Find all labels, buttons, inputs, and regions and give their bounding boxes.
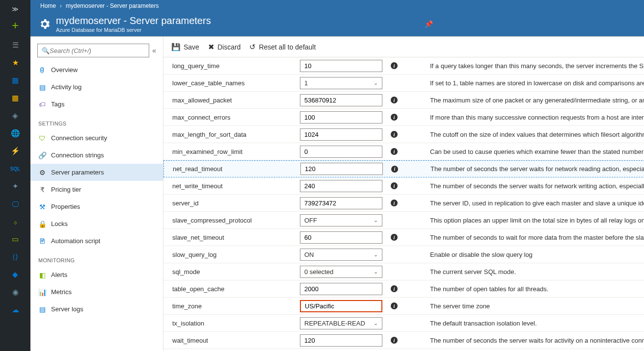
network-icon[interactable]: ⟨⟩ (0, 248, 30, 266)
cube-icon[interactable]: ◈ (0, 107, 30, 125)
param-description: The default transaction isolation level. (430, 320, 644, 327)
param-input-table_open_cache[interactable] (300, 283, 382, 295)
sidebar-item-automation[interactable]: 🖹Automation script (30, 232, 163, 250)
param-select-lower_case_table_names[interactable]: 1⌄ (300, 77, 382, 89)
param-name: max_connect_errors (172, 114, 300, 121)
param-input-wait_timeout[interactable] (300, 334, 382, 347)
sidebar-item-locks[interactable]: 🔒Locks (30, 215, 163, 232)
logs-icon: ▤ (38, 305, 46, 313)
param-row-server_id: server_idiThe server ID, used in replica… (163, 195, 644, 212)
param-row-time_zone: time_zoneiThe server time zone (163, 298, 644, 315)
expand-rail-icon[interactable]: ≫ (0, 3, 30, 15)
reset-button[interactable]: ↺Reset all to default (249, 43, 316, 51)
favorites-icon[interactable]: ★ (0, 54, 30, 72)
sidebar-item-alerts[interactable]: ◧Alerts (30, 266, 163, 283)
functions-icon[interactable]: ⚡ (0, 142, 30, 160)
search-input[interactable]: 🔍 (37, 44, 149, 57)
info-icon[interactable]: i (391, 337, 398, 344)
param-input-net_write_timeout[interactable] (300, 180, 382, 192)
sidebar-item-overview[interactable]: 🛢Overview (30, 61, 163, 78)
create-resource-icon[interactable]: + (0, 15, 30, 36)
collapse-sidebar-icon[interactable]: « (152, 47, 156, 54)
reset-icon: ↺ (249, 43, 256, 51)
param-input-long_query_time[interactable] (300, 60, 382, 72)
monitor-icon[interactable]: ◉ (0, 283, 30, 301)
param-row-max_length_for_sort_data: max_length_for_sort_dataiThe cutoff on t… (163, 126, 644, 143)
parameters-grid: long_query_timeiIf a query takes longer … (163, 57, 644, 351)
alerts-icon: ◧ (38, 271, 46, 279)
param-name: table_open_cache (172, 285, 300, 293)
chevron-down-icon: ⌄ (374, 217, 378, 224)
aad-icon[interactable]: ◆ (0, 266, 30, 283)
left-rail: ≫ + ☰ ★ ▦ ▦ ◈ 🌐 ⚡ SQL ✦ 🖵 ⬨ ▭ ⟨⟩ ◆ ◉ ☁ (0, 0, 30, 351)
param-input-server_id[interactable] (300, 197, 382, 209)
metrics-icon: 📊 (38, 288, 46, 296)
info-icon[interactable]: i (391, 302, 398, 309)
sidebar-item-activity[interactable]: ▤Activity log (30, 78, 163, 96)
param-name: min_examined_row_limit (172, 148, 300, 155)
info-icon[interactable]: i (391, 148, 398, 155)
info-icon[interactable]: i (391, 200, 398, 206)
breadcrumb: Home › mydemoserver - Server parameters (30, 0, 644, 12)
param-input-max_connect_errors[interactable] (300, 111, 382, 124)
pin-icon[interactable]: 📌 (425, 20, 433, 28)
vm-icon[interactable]: 🖵 (0, 195, 30, 213)
param-input-max_allowed_packet[interactable] (300, 94, 382, 106)
save-button[interactable]: 💾Save (171, 43, 199, 51)
info-icon[interactable]: i (391, 62, 398, 69)
pricing-icon: ₹ (38, 186, 46, 194)
dashboard-icon[interactable]: ▦ (0, 72, 30, 89)
param-select-tx_isolation[interactable]: REPEATABLE-READ⌄ (300, 317, 382, 329)
info-icon[interactable]: i (391, 166, 398, 173)
param-name: slow_query_log (172, 251, 300, 258)
resource-groups-icon[interactable]: ▦ (0, 89, 30, 107)
sidebar-item-server-params[interactable]: ⚙Server parameters (30, 164, 163, 181)
sidebar-item-logs[interactable]: ▤Server logs (30, 301, 163, 318)
param-description: The server ID, used in replication to gi… (430, 200, 644, 207)
sidebar-item-metrics[interactable]: 📊Metrics (30, 283, 163, 301)
cosmos-icon[interactable]: ✦ (0, 177, 30, 195)
sql-icon[interactable]: SQL (0, 160, 30, 177)
param-select-slave_compressed_protocol[interactable]: OFF⌄ (300, 214, 382, 226)
sidebar-item-conn-security[interactable]: 🛡Connection security (30, 129, 163, 147)
info-icon[interactable]: i (391, 285, 398, 292)
discard-button[interactable]: ✖Discard (208, 43, 241, 51)
param-name: wait_timeout (172, 337, 300, 344)
param-description: The number of open tables for all thread… (430, 285, 644, 293)
info-icon[interactable]: i (391, 97, 398, 103)
sidebar-item-conn-strings[interactable]: 🔗Connection strings (30, 147, 163, 164)
param-input-slave_net_timeout[interactable] (300, 231, 382, 244)
param-input-net_read_timeout[interactable] (300, 163, 383, 175)
param-row-max_allowed_packet: max_allowed_packetiThe maximum size of o… (163, 92, 644, 109)
param-row-long_query_time: long_query_timeiIf a query takes longer … (163, 57, 644, 75)
param-input-time_zone[interactable] (300, 300, 382, 312)
param-input-min_examined_row_limit[interactable] (300, 146, 382, 158)
sidebar-item-pricing[interactable]: ₹Pricing tier (30, 181, 163, 198)
all-services-icon[interactable]: ☰ (0, 36, 30, 54)
info-icon[interactable]: i (391, 131, 398, 138)
param-description: The number of seconds the server waits f… (430, 165, 644, 173)
param-name: long_query_time (172, 62, 300, 70)
sidebar-item-properties[interactable]: ⚒Properties (30, 198, 163, 215)
info-icon[interactable]: i (391, 234, 398, 241)
param-description: The server time zone (430, 302, 644, 310)
param-select-sql_mode[interactable]: 0 selected⌄ (300, 266, 382, 278)
chevron-down-icon: ⌄ (374, 251, 378, 258)
search-icon: 🔍 (42, 47, 50, 54)
gear-icon (37, 17, 52, 31)
properties-icon: ⚒ (38, 203, 46, 211)
param-select-slow_query_log[interactable]: ON⌄ (300, 249, 382, 261)
info-icon[interactable]: i (391, 182, 398, 189)
load-balancer-icon[interactable]: ⬨ (0, 213, 30, 230)
cloud-icon[interactable]: ☁ (0, 301, 30, 319)
param-row-slave_compressed_protocol: slave_compressed_protocolOFF⌄This option… (163, 212, 644, 229)
info-icon[interactable]: i (391, 114, 398, 121)
breadcrumb-home[interactable]: Home (40, 2, 56, 9)
param-input-max_length_for_sort_data[interactable] (300, 128, 382, 141)
globe-icon[interactable]: 🌐 (0, 125, 30, 142)
storage-icon[interactable]: ▭ (0, 230, 30, 248)
sidebar-item-tags[interactable]: 🏷Tags (30, 96, 163, 113)
param-description: The current server SQL mode. (430, 268, 644, 276)
param-name: max_length_for_sort_data (172, 131, 300, 138)
activity-log-icon: ▤ (38, 83, 46, 91)
